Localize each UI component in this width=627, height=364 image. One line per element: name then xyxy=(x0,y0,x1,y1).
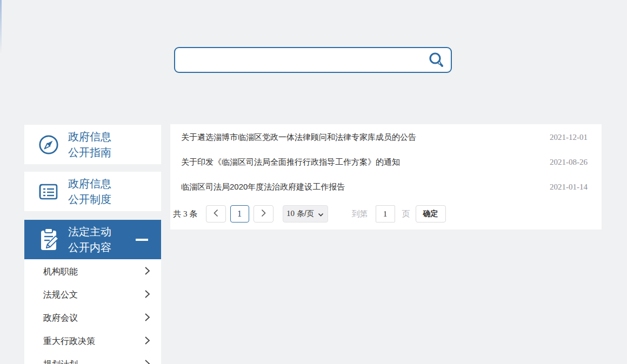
confirm-button[interactable]: 确定 xyxy=(416,205,446,223)
submenu-label: 重大行政决策 xyxy=(43,336,95,347)
news-list-panel: 关于遴选淄博市临淄区党政一体法律顾问和法律专家库成员的公告 2021-12-01… xyxy=(170,124,602,230)
sidebar-item-guide[interactable]: 政府信息 公开指南 xyxy=(24,125,161,164)
search-bar xyxy=(174,47,452,73)
chevron-right-icon xyxy=(261,209,266,219)
sidebar-subitem-regulations[interactable]: 法规公文 xyxy=(24,284,161,307)
next-page-button[interactable] xyxy=(254,205,274,223)
list-item: 关于印发《临淄区司法局全面推行行政指导工作方案》的通知 2021-08-26 xyxy=(170,150,602,174)
sidebar-item-system[interactable]: 政府信息 公开制度 xyxy=(24,172,161,211)
submenu-label: 机构职能 xyxy=(43,266,78,278)
clipboard-pencil-icon xyxy=(37,227,60,252)
sidebar-subitem-plans[interactable]: 规划计划 xyxy=(24,353,161,364)
sidebar-subitem-agency-functions[interactable]: 机构职能 xyxy=(24,260,161,284)
ledger-icon xyxy=(37,182,60,201)
sidebar-item-label: 法定主动 公开内容 xyxy=(68,224,111,255)
chevron-left-icon xyxy=(213,209,219,219)
submenu-label: 规划计划 xyxy=(43,359,78,364)
search-icon xyxy=(428,51,445,69)
article-link[interactable]: 关于印发《临淄区司法局全面推行行政指导工作方案》的通知 xyxy=(181,157,400,167)
page-size-label: 10 条/页 xyxy=(286,209,314,219)
total-count: 共3条 xyxy=(173,209,198,219)
prev-page-button[interactable] xyxy=(206,205,226,223)
sidebar-submenu: 机构职能 法规公文 政府会议 重大行政决策 xyxy=(24,259,161,364)
page: 政府信息 公开指南 政府信息 公开制度 xyxy=(0,0,627,364)
article-date: 2021-12-01 xyxy=(550,133,588,142)
article-link[interactable]: 临淄区司法局2020年度法治政府建设工作报告 xyxy=(181,182,345,192)
page-size-select[interactable]: 10 条/页 xyxy=(283,205,328,223)
compass-icon xyxy=(37,134,60,156)
goto-page-prefix: 到第 xyxy=(352,209,368,219)
chevron-right-icon xyxy=(144,336,150,347)
list-item: 关于遴选淄博市临淄区党政一体法律顾问和法律专家库成员的公告 2021-12-01 xyxy=(170,125,602,150)
chevron-down-icon xyxy=(318,210,324,218)
goto-page-input[interactable] xyxy=(376,205,395,223)
list-item: 临淄区司法局2020年度法治政府建设工作报告 2021-01-14 xyxy=(170,174,602,199)
submenu-label: 政府会议 xyxy=(43,313,78,324)
page-button-1[interactable]: 1 xyxy=(230,205,249,223)
article-date: 2021-01-14 xyxy=(550,183,588,192)
article-link[interactable]: 关于遴选淄博市临淄区党政一体法律顾问和法律专家库成员的公告 xyxy=(181,132,416,143)
sidebar-subitem-government-meetings[interactable]: 政府会议 xyxy=(24,307,161,330)
left-accent-line xyxy=(0,0,2,54)
search-input[interactable] xyxy=(175,48,422,72)
goto-page-suffix: 页 xyxy=(402,209,410,219)
sidebar-item-statutory-disclosure[interactable]: 法定主动 公开内容 xyxy=(24,220,161,259)
search-button[interactable] xyxy=(422,48,451,72)
chevron-right-icon xyxy=(144,359,150,364)
chevron-right-icon xyxy=(144,313,150,324)
submenu-label: 法规公文 xyxy=(43,289,78,301)
sidebar: 政府信息 公开指南 政府信息 公开制度 xyxy=(24,125,161,364)
sidebar-item-label: 政府信息 公开指南 xyxy=(68,129,111,160)
pagination: 共3条 1 10 条/页 到 xyxy=(170,201,602,226)
chevron-right-icon xyxy=(144,289,150,301)
minus-icon xyxy=(136,239,148,241)
chevron-right-icon xyxy=(144,266,150,278)
sidebar-subitem-major-decisions[interactable]: 重大行政决策 xyxy=(24,330,161,353)
article-date: 2021-08-26 xyxy=(550,158,588,167)
sidebar-item-label: 政府信息 公开制度 xyxy=(68,176,111,207)
